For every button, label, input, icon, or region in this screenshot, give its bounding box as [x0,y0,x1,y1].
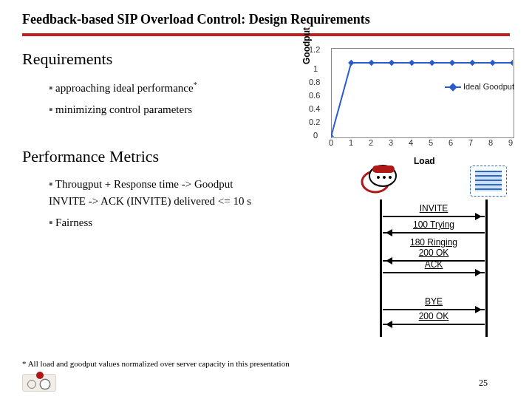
xtick: 6 [449,138,453,147]
xtick: 3 [389,138,393,147]
svg-rect-1 [348,60,354,66]
sip-msg: 200 OK [381,248,486,258]
svg-point-14 [383,176,386,179]
title-rule [22,33,510,36]
page-title: Feedback-based SIP Overload Control: Des… [0,0,532,33]
chart-line [331,48,513,137]
svg-rect-4 [409,60,415,66]
xtick: 9 [508,138,513,147]
arrow-right-icon [383,309,485,310]
svg-rect-8 [489,60,495,66]
ytick: 0.2 [309,117,320,126]
svg-rect-6 [449,60,455,66]
ytick: 1.2 [309,45,320,54]
phone-icon [359,163,400,195]
xtick: 7 [468,138,473,147]
arrow-left-icon [383,324,485,325]
svg-rect-2 [368,60,374,66]
bullet-text: Fairness [55,216,92,228]
svg-rect-3 [389,60,395,66]
xtick: 8 [488,138,493,147]
ytick: 0.4 [309,104,320,113]
ytick: 0 [313,131,318,140]
page-number: 25 [479,378,488,389]
sip-msg: 200 OK [381,312,486,321]
svg-rect-9 [510,60,513,66]
sip-sequence-diagram: INVITE 100 Trying 180 Ringing 200 OK ACK… [364,167,504,337]
sip-msg: BYE [381,297,486,307]
sip-msg: ACK [381,260,486,270]
bullet-sup: * [194,81,197,89]
svg-rect-7 [469,60,475,66]
chart-legend: Ideal Goodput [445,82,514,91]
svg-point-15 [389,176,392,179]
arrow-right-icon [383,272,485,273]
bullet-text: Througput + Response time -> Goodput [55,178,233,190]
bullet-text: minimizing control parameters [55,103,192,115]
ytick: 1 [313,64,318,73]
ytick: 0.8 [309,78,320,86]
xtick: 4 [409,138,413,147]
bullet-text: approaching ideal performance [55,82,194,94]
svg-rect-5 [429,60,434,66]
arrow-left-icon [383,232,485,233]
svg-point-13 [377,176,380,179]
legend-swatch [445,86,461,88]
xtick: 5 [429,138,433,147]
xtick: 2 [369,138,373,147]
logo-icon [22,374,56,392]
sip-msg: 100 Trying [381,220,486,230]
chart-xlabel: Load [414,156,435,166]
xtick: 1 [349,138,353,147]
legend-label: Ideal Goodput [463,82,514,91]
svg-rect-12 [372,166,395,173]
footnote: * All load and goodput values normalized… [22,359,290,368]
arrow-right-icon [383,216,485,217]
server-icon [470,166,507,197]
sip-msg: INVITE [381,204,486,214]
xtick: 0 [329,138,333,147]
svg-rect-0 [331,134,334,137]
ytick: 0.6 [309,91,320,100]
goodput-chart: Goodput Load 0 0.2 0.4 0.6 0.8 1 1.2 0 1… [303,44,525,162]
sip-msg: 180 Ringing [381,238,486,248]
